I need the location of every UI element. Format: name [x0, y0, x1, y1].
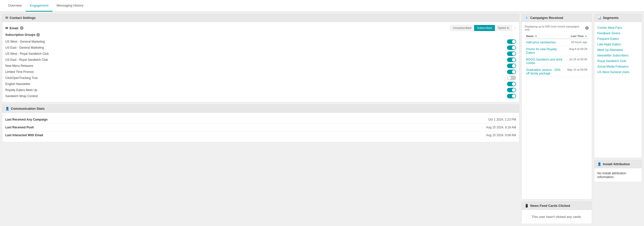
- sub-group-toggle-4[interactable]: [507, 64, 516, 68]
- campaign-time-0: 20 hours ago: [566, 39, 589, 46]
- campaigns-note: Displaying up to 500 most recent campaig…: [525, 25, 589, 31]
- sub-group-toggle-7[interactable]: [507, 82, 516, 86]
- stat-value-2: Aug 15 2024, 9:08 AM: [486, 133, 516, 137]
- email-row: ✉ Email i Unsubscribed Subscribed Opted …: [5, 25, 516, 31]
- status-subscribed[interactable]: Subscribed: [474, 25, 495, 31]
- campaign-time-3: May 15 at 09:08: [566, 67, 589, 77]
- stat-row-1: Last Received Push Aug 15 2024, 9:18 AM: [5, 124, 516, 131]
- install-attribution-message: No install attribution information.: [597, 171, 626, 179]
- sub-group-toggle-8[interactable]: [507, 88, 516, 92]
- sub-group-row-5: Limited Time Promos: [5, 69, 516, 75]
- news-feed-icon: 📱: [525, 204, 529, 208]
- sub-group-toggle-5[interactable]: [507, 70, 516, 74]
- tab-messaging-history[interactable]: Messaging History: [52, 0, 88, 12]
- segment-link-6[interactable]: Royal Sandwich Club: [597, 58, 639, 64]
- contact-settings-body: ✉ Email i Unsubscribed Subscribed Opted …: [2, 22, 519, 102]
- segment-link-7[interactable]: Social Media Followers: [597, 64, 639, 69]
- sub-group-row-2: US West - Royal Sandwich Club: [5, 51, 516, 57]
- communication-stats-panel: 👤 Communication Stats Last Received Any …: [2, 104, 519, 142]
- campaign-link-1[interactable]: Promo for new Royalty Eaters: [526, 47, 557, 54]
- campaign-link-0[interactable]: Half-price sandwiches: [526, 41, 556, 44]
- install-attribution-panel: 👤 Install Attribution No install attribu…: [594, 160, 642, 182]
- comm-stats-body: Last Received Any Campaign Oct 1 2024, 1…: [2, 113, 519, 142]
- campaigns-icon: 📧: [525, 16, 529, 20]
- top-nav: Overview Engagement Messaging History: [0, 0, 644, 12]
- sub-group-row-0: US West - General Marketing: [5, 39, 516, 45]
- email-dash: --: [514, 26, 516, 30]
- news-feed-empty: This user hasn't clicked any cards.: [532, 215, 582, 219]
- news-feed-panel: 📱 News Feed Cards Clicked This user hasn…: [521, 202, 592, 224]
- sub-group-name-8: Royalty Eaters Meet Up: [5, 88, 37, 92]
- segments-body: Combo Meal Fans Feedback Givers Frequent…: [594, 22, 642, 158]
- campaign-time-1: Aug 8 at 09:28: [566, 46, 589, 56]
- sub-group-toggle-3[interactable]: [507, 58, 516, 62]
- stat-label-1: Last Received Push: [5, 126, 34, 129]
- sub-group-toggle-2[interactable]: [507, 51, 516, 56]
- sub-group-name-0: US West - General Marketing: [5, 40, 45, 43]
- sub-group-name-1: US East - General Marketing: [5, 46, 44, 49]
- sub-group-toggle-9[interactable]: [507, 94, 516, 98]
- segments-icon: 📊: [597, 16, 601, 20]
- subscription-groups-label: Subscription Groups i: [5, 33, 516, 37]
- status-opted-in[interactable]: Opted In: [495, 25, 512, 31]
- content-area: ✉ Contact Settings ✉ Email i: [0, 12, 644, 226]
- middle-column: 📧 Campaigns Received Displaying up to 50…: [521, 14, 592, 224]
- campaign-row-0: Half-price sandwiches 20 hours ago: [525, 39, 589, 46]
- stat-row-0: Last Received Any Campaign Oct 1 2024, 1…: [5, 116, 516, 124]
- campaigns-body: Displaying up to 500 most recent campaig…: [522, 22, 592, 199]
- sub-group-name-5: Limited Time Promos: [5, 70, 34, 74]
- segment-link-2[interactable]: Frequent Eaters: [597, 36, 639, 42]
- sub-group-row-3: US East - Royal Sandwich Club: [5, 57, 516, 63]
- campaign-link-3[interactable]: Graduation season - 20% off family packa…: [526, 68, 560, 75]
- campaign-time-2: Jul 25 at 00:00: [566, 56, 589, 67]
- install-icon: 👤: [597, 162, 601, 166]
- campaigns-header: 📧 Campaigns Received: [522, 14, 592, 22]
- sub-group-name-3: US East - Royal Sandwich Club: [5, 58, 48, 62]
- sub-group-toggle-1[interactable]: [507, 45, 516, 50]
- news-feed-body: This user hasn't clicked any cards.: [522, 210, 592, 224]
- install-attribution-body: No install attribution information.: [594, 168, 642, 182]
- campaign-row-1: Promo for new Royalty Eaters Aug 8 at 09…: [525, 46, 589, 56]
- sub-group-name-4: New Menu Releases: [5, 64, 33, 68]
- sub-group-row-9: Sandwich Wrap Contest: [5, 93, 516, 99]
- segment-link-3[interactable]: Late-Night Eaters: [597, 42, 639, 47]
- sort-arrows-time: ▼: [585, 35, 587, 38]
- tab-overview[interactable]: Overview: [4, 0, 26, 12]
- sub-group-toggle-6[interactable]: [507, 76, 516, 80]
- campaigns-table: Name ⇅ Last Time ▼ Half: [525, 34, 589, 77]
- campaign-link-2[interactable]: BOGO Sandwich and drink combo: [526, 58, 562, 65]
- comm-stats-title: Communication Stats: [11, 107, 45, 110]
- sub-group-toggle-0[interactable]: [507, 39, 516, 44]
- campaign-row-3: Graduation season - 20% off family packa…: [525, 67, 589, 77]
- email-info-icon[interactable]: i: [20, 26, 23, 30]
- segments-header: 📊 Segments: [594, 14, 642, 22]
- segment-link-4[interactable]: Meet Up Attendees: [597, 47, 639, 53]
- page-wrapper: Overview Engagement Messaging History ✉ …: [0, 0, 644, 226]
- contact-icon: ✉: [5, 16, 8, 20]
- tab-engagement[interactable]: Engagement: [26, 0, 52, 12]
- sub-group-name-9: Sandwich Wrap Contest: [5, 94, 38, 98]
- email-label: ✉ Email i: [5, 26, 23, 30]
- stat-row-2: Last Interacted With Email Aug 15 2024, …: [5, 131, 516, 139]
- campaigns-title: Campaigns Received: [530, 16, 563, 20]
- comm-stats-header: 👤 Communication Stats: [2, 105, 519, 113]
- news-feed-header: 📱 News Feed Cards Clicked: [522, 202, 592, 210]
- sub-group-name-6: ClickOpenTracking True: [5, 76, 38, 80]
- segment-link-5[interactable]: Newsletter Subscribers: [597, 53, 639, 58]
- sub-group-row-6: ClickOpenTracking True: [5, 75, 516, 81]
- subscription-groups-section: Subscription Groups i US West - General …: [5, 33, 516, 99]
- segment-link-0[interactable]: Combo Meal Fans: [597, 25, 639, 31]
- right-column: 📊 Segments Combo Meal Fans Feedback Give…: [594, 14, 642, 182]
- contact-settings-header: ✉ Contact Settings: [2, 14, 519, 22]
- segment-link-1[interactable]: Feedback Givers: [597, 31, 639, 36]
- campaigns-note-icon[interactable]: i: [585, 26, 589, 30]
- status-unsubscribed[interactable]: Unsubscribed: [450, 25, 474, 31]
- sort-arrows: ⇅: [535, 35, 537, 38]
- sub-group-row-1: US East - General Marketing: [5, 45, 516, 51]
- segment-link-8[interactable]: US West General Users: [597, 69, 639, 75]
- stat-value-0: Oct 1 2024, 1:23 PM: [488, 118, 516, 121]
- campaigns-received-panel: 📧 Campaigns Received Displaying up to 50…: [521, 14, 592, 200]
- sub-groups-info-icon[interactable]: i: [36, 33, 40, 37]
- campaign-row-2: BOGO Sandwich and drink combo Jul 25 at …: [525, 56, 589, 67]
- stat-label-0: Last Received Any Campaign: [5, 118, 48, 121]
